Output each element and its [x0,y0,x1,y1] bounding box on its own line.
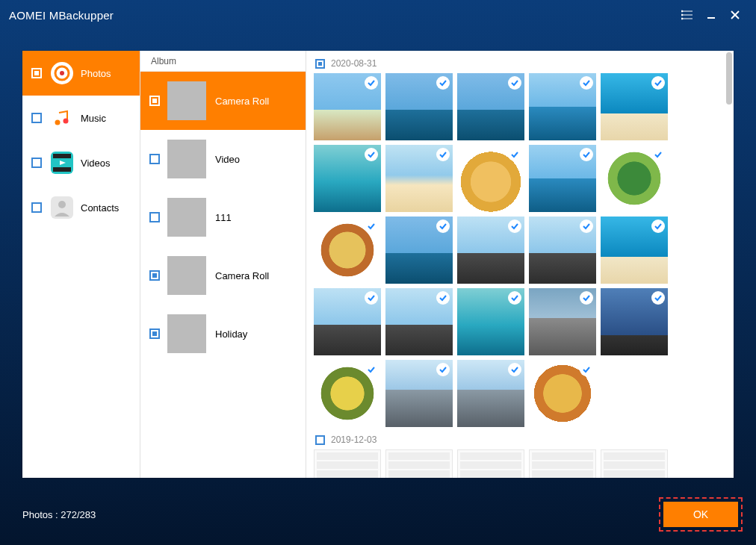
selected-check-icon [580,291,593,305]
checkbox[interactable] [31,68,42,78]
album-thumb [167,256,206,295]
checkbox[interactable] [31,158,42,168]
photo-thumb[interactable] [529,288,596,355]
album-label: Camera Roll [215,96,269,107]
album-label: 111 [215,212,232,223]
svg-rect-12 [51,107,73,129]
album-item[interactable]: Camera Roll [140,72,306,130]
photo-thumb[interactable] [385,360,453,427]
photo-thumb[interactable] [529,73,596,140]
sidebar-item-videos[interactable]: Videos [22,140,140,185]
list-view-icon[interactable] [675,3,699,27]
date-label: 2019-12-03 [331,435,377,445]
photo-thumb[interactable] [529,217,596,284]
sidebar-item-photos[interactable]: Photos [22,51,140,96]
photo-grid[interactable]: 2020-08-312019-12-032019-11-15 [306,51,734,478]
date-header[interactable]: 2019-12-03 [315,435,726,445]
sidebar-item-label: Music [81,113,106,124]
photos-icon [51,62,73,84]
checkbox[interactable] [149,270,160,281]
album-header: Album [140,51,306,72]
contacts-icon [51,196,73,219]
album-thumb [167,198,206,237]
photo-thumb[interactable] [457,360,524,427]
close-button[interactable] [723,3,747,27]
selected-check-icon [508,219,521,233]
photo-thumb[interactable] [601,449,668,478]
date-label: 2020-08-31 [331,58,377,69]
checkbox[interactable] [149,212,160,222]
minimize-button[interactable] [699,3,723,27]
selected-check-icon [580,76,593,90]
selected-check-icon [365,363,378,376]
checkbox[interactable] [31,113,42,123]
svg-point-3 [681,10,683,12]
videos-icon [51,152,73,174]
date-header[interactable]: 2020-08-31 [315,58,726,69]
album-label: Video [215,154,240,165]
album-item[interactable]: Camera Roll [140,246,306,305]
main-panel: PhotosMusicVideosContacts Album Camera R… [22,51,734,478]
photo-thumb[interactable] [529,360,596,427]
selected-check-icon [508,363,521,376]
checkbox[interactable] [31,202,42,213]
selected-check-icon [580,148,593,161]
svg-point-5 [681,18,683,19]
photo-thumb[interactable] [385,145,453,212]
selected-check-icon [365,219,378,233]
svg-point-14 [63,119,69,124]
selected-check-icon [508,148,521,161]
selected-check-icon [651,291,665,305]
photo-thumb[interactable] [457,288,524,355]
photo-thumb[interactable] [601,217,668,284]
photo-thumb[interactable] [601,145,668,212]
album-item[interactable]: 111 [140,188,306,246]
selected-check-icon [436,76,450,90]
photo-thumb[interactable] [457,217,524,284]
scrollbar-thumb[interactable] [726,52,732,105]
photo-thumb[interactable] [385,288,453,355]
checkbox[interactable] [149,154,160,164]
title-bar: AOMEI MBackupper [0,0,756,30]
checkbox[interactable] [315,435,325,445]
selected-check-icon [580,363,593,376]
sidebar-item-label: Contacts [81,202,119,214]
photo-thumb[interactable] [314,73,381,140]
photo-thumb[interactable] [314,360,381,427]
album-item[interactable]: Video [140,130,306,188]
photo-thumb[interactable] [314,145,381,212]
ok-button[interactable]: OK [663,502,738,527]
photo-thumb[interactable] [457,145,524,212]
sidebar-item-music[interactable]: Music [22,96,140,140]
photo-thumb[interactable] [601,288,668,355]
photo-thumb[interactable] [385,449,453,478]
selected-check-icon [436,291,450,305]
album-item[interactable]: Holiday [140,305,306,363]
photo-thumb[interactable] [314,288,381,355]
photo-thumb[interactable] [314,217,381,284]
checkbox[interactable] [149,96,160,106]
photo-thumb[interactable] [385,73,453,140]
svg-point-13 [55,120,61,125]
photo-thumb[interactable] [529,449,596,478]
selected-check-icon [436,148,450,161]
ok-highlight: OK [659,497,743,532]
photo-thumb[interactable] [385,217,453,284]
sidebar-item-label: Photos [81,68,111,79]
photo-thumb[interactable] [601,73,668,140]
selected-check-icon [651,219,665,233]
photo-thumb[interactable] [457,73,524,140]
selected-check-icon [508,291,521,305]
checkbox[interactable] [315,59,325,69]
selected-check-icon [365,291,378,305]
photo-thumb[interactable] [529,145,596,212]
album-label: Holiday [215,328,247,340]
photo-thumb[interactable] [314,449,381,478]
svg-point-11 [60,71,64,75]
photo-thumb[interactable] [457,449,524,478]
sidebar-item-contacts[interactable]: Contacts [22,185,140,230]
checkbox[interactable] [149,328,160,339]
category-sidebar: PhotosMusicVideosContacts [22,51,140,478]
album-thumb [167,81,206,120]
photo-count-status: Photos : 272/283 [22,509,96,520]
